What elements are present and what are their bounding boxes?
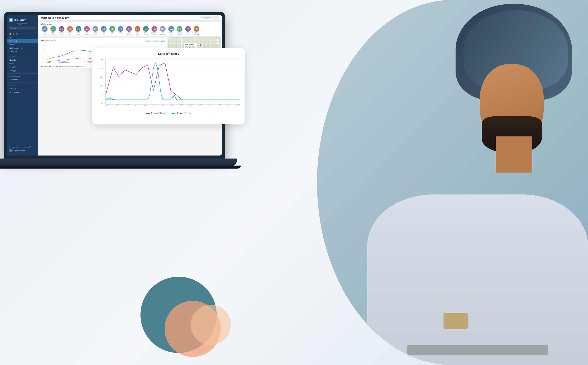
worker-avatar[interactable]: FW xyxy=(152,26,157,32)
worker-item: FWFrancesca Williams xyxy=(151,26,158,35)
sidebar-item-home[interactable]: i Home xyxy=(7,32,38,36)
worker-avatar[interactable]: JK xyxy=(118,26,123,32)
worker-name: Christy Corr xyxy=(68,32,72,35)
legend-dot-planned xyxy=(41,66,42,67)
sidebar-bottom: Share your improvement ideas! 🔗 Jayne Sc… xyxy=(7,144,38,154)
team-selector[interactable]: All teams ▾ xyxy=(9,27,36,29)
sidebar-item-send-sms[interactable]: Send SMS xyxy=(7,78,38,81)
sidebar-item-surveys[interactable]: Surveys xyxy=(7,69,38,73)
notification-badge xyxy=(21,48,22,49)
worker-avatar[interactable]: NW xyxy=(168,26,174,32)
user-avatar xyxy=(9,149,13,152)
worker-avatar[interactable]: DJ xyxy=(92,26,98,32)
worker-item: CMCassidy McKim xyxy=(58,26,65,35)
worker-name: Jake xyxy=(119,32,122,34)
worker-item: RARona Alford xyxy=(184,26,192,35)
sidebar-logo: nursebuddy xyxy=(7,17,38,23)
sidebar-item-metrics[interactable]: Metrics xyxy=(7,65,38,69)
svg-text:30k: 30k xyxy=(42,53,44,55)
sidebar-item-payroll[interactable]: Payroll xyxy=(7,62,38,65)
worker-name: Francesca Williams xyxy=(152,32,157,35)
map-zoom-out[interactable]: − xyxy=(217,41,220,44)
svg-rect-0 xyxy=(10,19,11,20)
app-tagline: Happy Home Care xyxy=(7,23,38,26)
worker-avatar[interactable]: CM xyxy=(59,26,64,32)
working-today-title: Working today xyxy=(41,23,219,25)
logo-svg xyxy=(10,19,12,21)
svg-rect-3 xyxy=(11,20,12,21)
worker-name: Ellie Test xyxy=(103,32,105,35)
worker-avatar[interactable]: MJ xyxy=(143,26,149,32)
worker-avatar[interactable]: RA xyxy=(185,26,191,32)
worker-avatar[interactable]: JG xyxy=(126,26,132,32)
worker-avatar[interactable]: ET xyxy=(101,26,106,32)
worker-name: Jeff Turner xyxy=(136,32,139,35)
divider-3 xyxy=(7,73,38,74)
sidebar-item-export[interactable]: Export data xyxy=(7,90,38,94)
legend-planned: Planned xyxy=(41,66,48,67)
logo-icon xyxy=(9,18,13,22)
worker-item: SBSean Bridge xyxy=(83,26,91,35)
metrics-header: Business metrics +1 week +3 weeks +1 are… xyxy=(41,40,166,42)
worker-name: Daniel Green xyxy=(77,32,80,35)
worker-item: POPauline O'Connell xyxy=(176,26,183,35)
worker-name: Pauline O'Connell xyxy=(177,32,182,35)
worker-avatar[interactable]: AW xyxy=(42,26,48,32)
worker-avatar[interactable]: SB xyxy=(84,26,90,32)
worker-name: Cassidy McKim xyxy=(59,32,64,35)
worker-avatar[interactable]: EL xyxy=(109,26,115,32)
weeks-button[interactable]: +3 weeks xyxy=(152,40,159,42)
worker-name: Erika E xyxy=(111,32,114,35)
sidebar-item-settings[interactable]: Settings xyxy=(7,87,38,90)
area-button[interactable]: +1 area xyxy=(159,40,166,42)
svg-rect-1 xyxy=(11,19,12,20)
worker-name: Sean Bridge xyxy=(85,32,89,35)
legend-actual-eff: Actual efficiency xyxy=(171,112,191,114)
worker-item: ELErika E xyxy=(108,26,116,35)
logo-text: nursebuddy xyxy=(14,19,26,21)
worker-item: ETEllie Test xyxy=(100,26,108,35)
worker-avatar[interactable]: BT xyxy=(50,26,56,32)
worker-name: Maria Jones xyxy=(144,32,147,35)
sidebar-item-reports[interactable]: Reports xyxy=(7,58,38,62)
metrics-buttons: +1 week +3 weeks +1 area xyxy=(145,40,166,42)
search-bar[interactable]: search people xyxy=(199,16,219,19)
workers-grid: AWAlex WilliamsBTBeth TestCMCassidy McKi… xyxy=(41,26,219,35)
efficiency-title: Carer efficiency xyxy=(97,52,240,55)
legend-dot-unplanned xyxy=(76,66,78,67)
page-title: Welcome to Nursebuddy xyxy=(41,16,69,19)
worker-name: Alex Williams xyxy=(42,32,47,35)
worker-item: JTJeff Turner xyxy=(134,26,141,35)
sidebar-item-people[interactable]: People xyxy=(7,43,38,46)
efficiency-legend: Planned efficiency Actual efficiency xyxy=(97,112,240,114)
legend-dot-highlighted xyxy=(56,66,58,67)
worker-avatar[interactable]: NM xyxy=(160,26,166,32)
worker-name: Beth Test xyxy=(52,32,54,35)
sidebar-add-new[interactable]: + Add new xyxy=(7,50,38,53)
svg-text:40k: 40k xyxy=(42,45,44,47)
map-zoom-in[interactable]: + xyxy=(217,38,220,41)
sidebar-user: Jayne Scarman xyxy=(9,149,36,152)
insights-section-label: Insights xyxy=(7,55,38,58)
worker-avatar[interactable]: PO xyxy=(177,26,182,32)
share-ideas-link[interactable]: Share your improvement ideas! 🔗 xyxy=(9,146,36,149)
worker-name: Keith Manning xyxy=(194,32,199,35)
week-button[interactable]: +1 week xyxy=(145,40,151,42)
divider-1 xyxy=(7,31,38,31)
worker-avatar[interactable]: JT xyxy=(135,26,140,32)
worker-avatar[interactable]: DG xyxy=(76,26,81,32)
worker-avatar[interactable]: CC xyxy=(67,26,73,32)
divider-4 xyxy=(7,82,38,83)
topbar: Welcome to Nursebuddy search people xyxy=(38,15,222,21)
communicate-section-label: Communicate xyxy=(7,74,38,78)
sidebar-item-schedule[interactable]: Schedule xyxy=(7,39,38,43)
svg-text:35k: 35k xyxy=(42,49,44,50)
svg-text:20k: 20k xyxy=(42,61,44,63)
worker-item: DGDaniel Green xyxy=(75,26,82,35)
metrics-title: Business metrics xyxy=(41,40,56,42)
worker-avatar[interactable]: KM xyxy=(194,26,199,32)
worker-name: Dylan Jones xyxy=(94,32,97,35)
sidebar-item-notifications[interactable]: Notifications xyxy=(7,46,38,50)
photo-background xyxy=(317,0,588,365)
shirt-shape xyxy=(367,194,588,365)
